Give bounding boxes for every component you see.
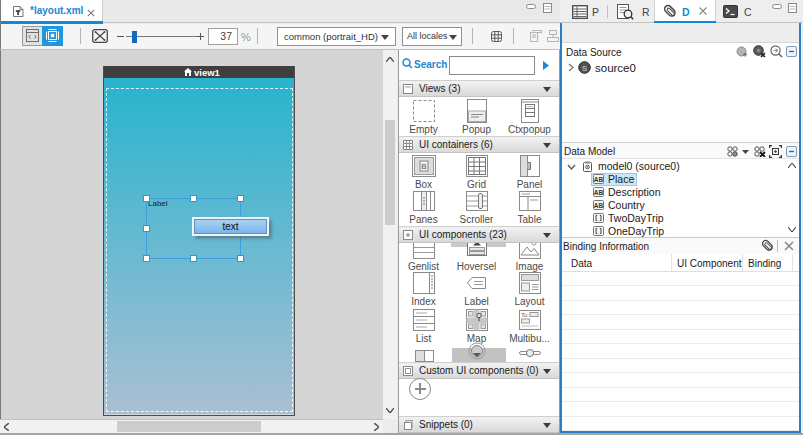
svg-text:To:: To: xyxy=(521,312,529,318)
svg-text:AB: AB xyxy=(594,189,604,196)
svg-text:S: S xyxy=(582,64,587,73)
svg-text:AB: AB xyxy=(594,176,604,183)
svg-text:B: B xyxy=(421,162,426,171)
svg-text:AB: AB xyxy=(594,202,604,209)
